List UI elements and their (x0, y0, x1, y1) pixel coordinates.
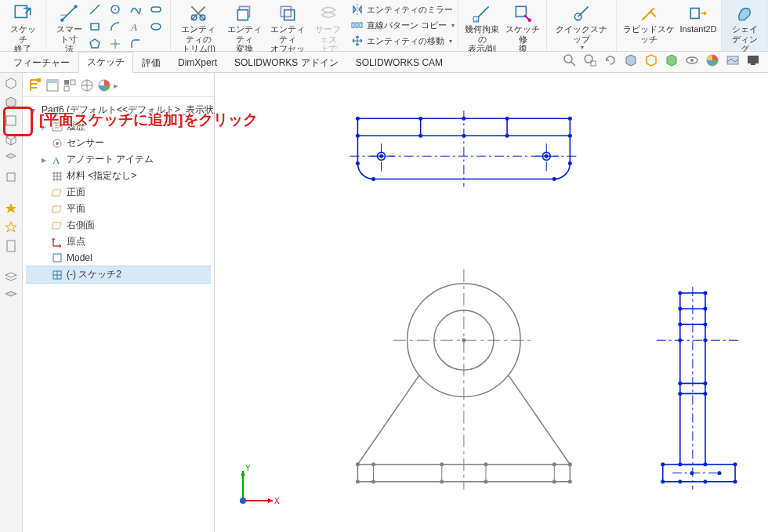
repair-label: スケッチ修 復 (505, 24, 540, 54)
svg-point-28 (690, 59, 694, 62)
tree-origin[interactable]: 原点 (26, 233, 211, 250)
convert-label: エンティティ 変換 (226, 24, 263, 54)
tree-top[interactable]: 平面 (26, 201, 211, 217)
tree-sensor[interactable]: センサー (26, 135, 211, 151)
linear-pattern-button[interactable]: 直線パターン コピー (351, 19, 455, 31)
tree-front[interactable]: 正面 (26, 184, 211, 201)
view-orient-icon[interactable] (644, 53, 658, 67)
trim-icon (188, 3, 208, 24)
smart-dimension-label: スマート寸 法 (53, 24, 85, 54)
instant2d-button[interactable]: Instant2D (679, 2, 718, 34)
svg-point-52 (462, 117, 466, 121)
sketch-repair-button[interactable]: スケッチ修 復 (502, 2, 543, 54)
convert-entity-button[interactable]: エンティティ 変換 (223, 2, 266, 54)
tab-dimxpert[interactable]: DimXpert (169, 53, 226, 71)
text-icon[interactable]: A (129, 20, 142, 33)
svg-point-72 (568, 462, 572, 466)
rect-icon[interactable] (89, 20, 101, 33)
viewport-icon[interactable] (746, 53, 760, 67)
tab-evaluate[interactable]: 評価 (133, 52, 169, 73)
rapid-sketch-button[interactable]: ラピッドスケッチ (620, 2, 679, 44)
trim-label: エンティティの トリム(I) (177, 24, 219, 54)
svg-rect-14 (284, 10, 294, 20)
zoom-fit-icon[interactable] (563, 53, 577, 67)
point-icon[interactable] (109, 38, 121, 50)
hide-show-icon[interactable] (685, 53, 699, 67)
origin-icon (51, 236, 63, 248)
slot-icon[interactable] (150, 3, 162, 16)
svg-rect-48 (53, 254, 61, 262)
fillet-icon[interactable] (129, 38, 142, 50)
quick-snap-button[interactable]: クイックスナップ (550, 2, 613, 51)
tab-addin[interactable]: SOLIDWORKS アドイン (226, 52, 347, 73)
dimxpert-tab-icon[interactable] (79, 78, 95, 93)
instant2d-icon (688, 3, 708, 24)
arc-icon[interactable] (109, 20, 121, 33)
svg-point-106 (690, 471, 694, 475)
svg-rect-31 (748, 56, 759, 63)
tree-origin-label: 原点 (67, 235, 85, 248)
tree-material[interactable]: 材料 <指定なし> (26, 168, 211, 184)
mirror-entity-button[interactable]: エンティティのミラー (351, 3, 455, 16)
view-prev-icon[interactable] (603, 53, 618, 67)
relations-icon: ⊥ (472, 3, 492, 24)
display-style-icon[interactable] (665, 53, 679, 67)
svg-point-4 (114, 9, 116, 10)
svg-point-89 (703, 307, 707, 311)
svg-point-46 (56, 142, 59, 145)
ellipse-icon[interactable] (150, 20, 162, 33)
svg-point-63 (552, 177, 556, 181)
mirror-icon (351, 3, 364, 16)
model-icon (51, 252, 63, 264)
tree-annotate[interactable]: ▸ A アノテート アイテム (26, 151, 211, 168)
circle-icon[interactable] (109, 3, 121, 16)
group-quick: クイックスナップ (547, 0, 617, 51)
appearance-tab-icon[interactable] (96, 78, 112, 93)
ribbon-toolbar: スケッチ 終了 スマート寸 法 A エンティティの トリム(I) (0, 0, 768, 52)
config-tab-icon[interactable] (62, 78, 78, 93)
zoom-area-icon[interactable] (583, 53, 597, 67)
feature-tree-tab-icon[interactable] (27, 78, 43, 93)
spline-icon[interactable] (129, 3, 142, 16)
box3-icon[interactable] (4, 170, 18, 184)
svg-point-94 (678, 382, 682, 385)
doc-icon[interactable] (4, 239, 18, 253)
svg-point-93 (703, 338, 707, 342)
svg-point-1 (60, 19, 63, 22)
tree-right[interactable]: 右側面 (26, 217, 211, 233)
instant2d-label: Instant2D (679, 24, 716, 34)
convert-icon (234, 3, 255, 24)
assembly-icon[interactable] (4, 76, 18, 90)
svg-marker-109 (268, 498, 273, 503)
graphics-viewport[interactable]: X Y (215, 73, 768, 532)
star-icon[interactable] (4, 201, 18, 215)
svg-point-24 (564, 55, 572, 63)
svg-point-90 (678, 323, 682, 327)
layers2-icon[interactable] (4, 289, 18, 303)
svg-point-99 (703, 462, 707, 466)
line-icon[interactable] (89, 3, 101, 16)
tab-cam[interactable]: SOLIDWORKS CAM (347, 53, 451, 71)
star2-icon[interactable] (4, 220, 18, 234)
tree-sketch2[interactable]: (-) スケッチ2 (26, 266, 211, 284)
tree-annotate-label: アノテート アイテム (67, 153, 154, 166)
svg-point-103 (734, 480, 737, 483)
tab-sketch[interactable]: スケッチ (78, 52, 133, 73)
scene-icon[interactable] (726, 53, 740, 67)
box2-icon[interactable] (4, 151, 18, 165)
repair-icon (513, 3, 533, 24)
property-tab-icon[interactable] (45, 78, 60, 93)
tab-features[interactable]: フィーチャー (5, 52, 78, 73)
section-view-icon[interactable] (624, 53, 638, 67)
polygon-icon[interactable] (89, 38, 101, 50)
panel-tabs-more[interactable]: ▸ (114, 81, 118, 91)
tree-material-label: 材料 <指定なし> (67, 169, 136, 183)
appearance-icon[interactable] (705, 53, 719, 67)
tree-model[interactable]: Model (26, 250, 211, 266)
move-entity-button[interactable]: エンティティの移動 (351, 34, 455, 47)
svg-point-56 (418, 134, 422, 138)
layers-icon[interactable] (4, 270, 18, 284)
rapid-sketch-label: ラピッドスケッチ (623, 24, 676, 44)
svg-point-95 (703, 382, 707, 385)
svg-point-98 (678, 462, 682, 466)
